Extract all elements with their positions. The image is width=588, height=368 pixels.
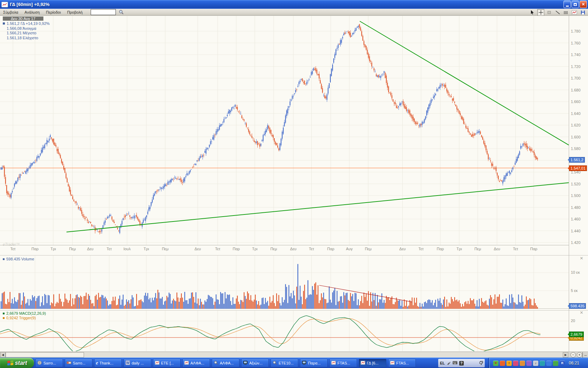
scroll-right-button[interactable]: ▶ [563,352,568,357]
x-axis-label: Τρι [144,247,149,251]
chart-area: 1.7801.7601.7401.7201.7001.6801.6601.640… [0,16,588,357]
volume-bullet-icon [3,258,5,260]
volume-icon[interactable]: ♪ [533,361,538,366]
download-manager-icon[interactable] [513,361,518,366]
language-indicator[interactable]: EL [440,361,445,365]
macd-chart-canvas[interactable] [0,310,588,351]
chart-type-tool-icon[interactable] [571,9,578,16]
minimize-button[interactable] [564,1,571,8]
toolbar-options-icon[interactable]: ▼ [479,361,483,366]
trendline-tool-icon[interactable] [554,9,561,16]
y-axis-label: 1.660 [571,100,581,104]
volume-axis-label: 10 εκ [571,270,580,274]
security-alert-icon[interactable]: ! [506,361,512,366]
task-label: ΑΛΦΑ... [190,361,204,365]
menu-item-3[interactable]: Προβολή [64,9,86,15]
realplayer-icon[interactable]: R [560,361,565,366]
y-axis-label: 1.420 [571,240,581,245]
scroll-left-button[interactable]: ◀ [0,352,6,357]
x-axis-label: Ιουλ [124,247,131,251]
messenger-window-icon[interactable] [546,361,552,366]
x-axis-label: Παρ [530,247,538,251]
task-app-icon [302,360,307,366]
taskbar-task-7[interactable]: Αξιών... [241,359,269,367]
menu-item-2[interactable]: Περίοδοι [43,9,64,15]
cursor-tool-icon[interactable] [529,9,536,16]
svg-text:W: W [126,361,130,365]
taskbar-task-4[interactable]: ETE [... [153,359,181,367]
task-label: Αξιών... [249,361,262,365]
help-icon[interactable]: ? [459,361,464,366]
legend-high-line: 1.566,21 Μέγιστο [3,31,50,36]
task-app-icon [214,360,218,366]
taskbar-task-5[interactable]: ΑΛΦΑ... [182,359,210,367]
burn-app-icon[interactable] [500,361,505,366]
close-button[interactable]: ✕ [580,1,587,8]
x-axis-label: Τετ [10,247,16,251]
x-axis-label: Τρι [50,247,56,251]
network-status-icon[interactable] [553,361,558,366]
task-app-icon [66,360,71,366]
save-tool-icon[interactable] [579,9,586,16]
select-region-tool-icon[interactable] [546,9,553,16]
horizontal-fit-button[interactable]: ↔ [582,352,588,357]
keyboard-icon[interactable] [453,361,457,365]
taskbar-task-2[interactable]: e Thank... [94,359,122,367]
price-chart-canvas[interactable] [0,16,588,245]
volume-chart-canvas[interactable] [0,255,588,309]
pen-icon[interactable] [447,361,451,366]
taskbar-task-10[interactable]: FTAS... [329,359,357,367]
taskbar-task-6[interactable]: ΑΛΦΑ... [212,359,239,367]
taskbar-clock: 06:21 [569,361,579,366]
y-axis-label: 1.620 [571,123,581,127]
antispyware-icon[interactable] [540,361,545,366]
media-app-icon[interactable] [526,361,532,366]
scrollbar-track[interactable] [0,352,569,357]
y-axis-label: 1.600 [571,135,581,139]
macd-panel-close-icon[interactable]: ✕ [579,311,584,315]
task-app-icon [390,360,395,366]
messenger-status-icon[interactable]: ✕ [493,361,498,366]
task-app-icon [360,360,365,366]
y-axis-label: 1.680 [571,88,581,92]
macd-axis-label: 20 [571,319,575,323]
y-axis-label: 1.640 [571,111,581,116]
taskbar-task-0[interactable]: Sarro... [35,359,63,367]
menu-item-0[interactable]: Σύμβολα [0,9,21,15]
y-axis-label: 1.760 [571,41,581,45]
taskbar-task-12[interactable]: FTAS... [388,359,416,367]
platform-watermark: eTrader™ [3,242,20,246]
task-label: ETE [... [161,361,174,365]
start-button[interactable]: start [0,358,34,368]
crosshair-tool-icon[interactable] [537,9,544,16]
trigger-bullet-icon [3,317,5,319]
taskbar-task-11[interactable]: ΓΔ [6... [359,359,386,367]
taskbar-task-1[interactable]: Sarro... [65,359,92,367]
grid-tool-icon[interactable] [562,9,569,16]
task-app-icon [184,360,189,366]
x-axis-label: Πεμ [365,247,371,251]
zoom-in-button[interactable]: + [577,352,582,357]
maximize-button[interactable] [572,1,579,8]
taskbar: start Sarro... Sarro... e Thank... W dai… [0,357,588,368]
x-axis-label: Παρ [31,247,39,251]
macd-bullet-icon [3,313,5,314]
zoom-out-button[interactable]: − [570,352,576,357]
task-label: FTAS... [337,361,350,365]
taskbar-task-9[interactable]: Παρα... [300,359,328,367]
x-axis-label: Παρ [437,247,444,251]
taskbar-task-3[interactable]: W daily ... [124,359,151,367]
x-axis-label: Πεμ [474,247,481,251]
legend-date: Δευ 30 Αυγ 17 [3,16,43,21]
volume-panel-close-icon[interactable]: ✕ [579,256,584,261]
level-price-badge: 1.547,01 [569,165,587,171]
search-icon[interactable] [119,9,124,15]
x-axis-label: Πεμ [69,247,76,251]
scrollbar-thumb[interactable] [6,352,84,357]
builder-app-icon[interactable] [520,361,525,366]
volume-label: 598.435 Volume [3,257,34,261]
taskbar-task-8[interactable]: ΕΤΕ10... [271,359,298,367]
symbol-search-input[interactable] [91,9,116,15]
menu-item-1[interactable]: Ανάλυση [21,9,43,15]
task-app-icon: W [125,360,130,366]
